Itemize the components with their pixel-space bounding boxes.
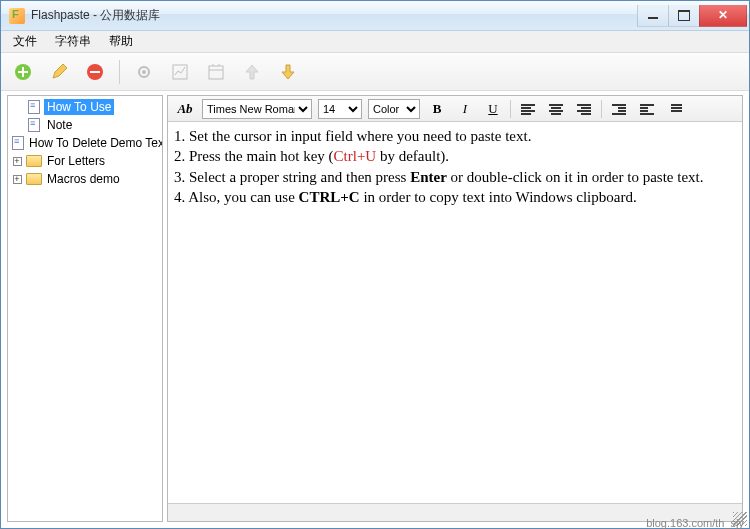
close-button[interactable] <box>699 5 747 27</box>
menubar: 文件 字符串 帮助 <box>1 31 749 53</box>
tree-label: How To Use <box>44 99 114 115</box>
editor-line: 4. Also, you can use CTRL+C in order to … <box>174 187 736 207</box>
italic-button[interactable]: I <box>454 99 476 119</box>
menu-file[interactable]: 文件 <box>5 31 45 52</box>
window-title: Flashpaste - 公用数据库 <box>31 7 638 24</box>
main-toolbar <box>1 53 749 91</box>
font-color-select[interactable]: Color <box>368 99 420 119</box>
expand-icon[interactable]: + <box>13 175 22 184</box>
content-pane: Ab Times New Roman 14 Color B I U <box>167 95 743 522</box>
toolbar-separator <box>119 60 120 84</box>
indent-button[interactable] <box>636 99 658 119</box>
separator <box>510 100 511 118</box>
delete-button[interactable] <box>81 58 109 86</box>
editor-line: 2. Press the main hot key (Ctrl+U by def… <box>174 146 736 166</box>
bullet-list-button[interactable] <box>664 99 686 119</box>
editor-line: 3. Select a proper string and then press… <box>174 167 736 187</box>
editor-line: 1. Set the cursor in input field where y… <box>174 126 736 146</box>
bold-button[interactable]: B <box>426 99 448 119</box>
edit-button[interactable] <box>45 58 73 86</box>
minimize-button[interactable] <box>637 5 669 27</box>
font-size-select[interactable]: 14 <box>318 99 362 119</box>
tree-item-note[interactable]: Note <box>8 116 162 134</box>
tree-sidebar[interactable]: How To Use Note How To Delete Demo Text … <box>7 95 163 522</box>
underline-button[interactable]: U <box>482 99 504 119</box>
calendar-button[interactable] <box>202 58 230 86</box>
body-area: How To Use Note How To Delete Demo Text … <box>1 91 749 528</box>
tree-item-for-letters[interactable]: + For Letters <box>8 152 162 170</box>
separator <box>601 100 602 118</box>
font-style-icon[interactable]: Ab <box>174 99 196 119</box>
svg-point-4 <box>142 70 146 74</box>
maximize-button[interactable] <box>668 5 700 27</box>
menu-strings[interactable]: 字符串 <box>47 31 99 52</box>
align-center-button[interactable] <box>545 99 567 119</box>
folder-icon <box>26 154 42 168</box>
watermark: blog.163.com/th_sjy <box>646 517 744 529</box>
svg-rect-2 <box>90 71 100 73</box>
expand-icon[interactable]: + <box>13 157 22 166</box>
window-controls <box>638 5 747 27</box>
up-arrow-button[interactable] <box>238 58 266 86</box>
font-family-select[interactable]: Times New Roman <box>202 99 312 119</box>
editor-area[interactable]: 1. Set the cursor in input field where y… <box>168 122 742 503</box>
add-button[interactable] <box>9 58 37 86</box>
tree-item-macros-demo[interactable]: + Macros demo <box>8 170 162 188</box>
outdent-button[interactable] <box>608 99 630 119</box>
titlebar[interactable]: Flashpaste - 公用数据库 <box>1 1 749 31</box>
app-window: Flashpaste - 公用数据库 文件 字符串 帮助 How To Use <box>0 0 750 529</box>
align-left-button[interactable] <box>517 99 539 119</box>
tree-item-how-to-use[interactable]: How To Use <box>8 98 162 116</box>
down-arrow-button[interactable] <box>274 58 302 86</box>
tree-label: How To Delete Demo Text <box>26 135 163 151</box>
chart-button[interactable] <box>166 58 194 86</box>
format-toolbar: Ab Times New Roman 14 Color B I U <box>168 96 742 122</box>
align-right-button[interactable] <box>573 99 595 119</box>
settings-button[interactable] <box>130 58 158 86</box>
svg-rect-6 <box>209 66 223 79</box>
folder-icon <box>26 172 42 186</box>
app-icon <box>9 8 25 24</box>
document-icon <box>26 118 42 132</box>
tree-item-delete-demo[interactable]: How To Delete Demo Text <box>8 134 162 152</box>
tree-label: For Letters <box>44 153 108 169</box>
tree-label: Macros demo <box>44 171 123 187</box>
menu-help[interactable]: 帮助 <box>101 31 141 52</box>
document-icon <box>26 100 42 114</box>
tree-label: Note <box>44 117 75 133</box>
document-icon <box>12 136 24 150</box>
